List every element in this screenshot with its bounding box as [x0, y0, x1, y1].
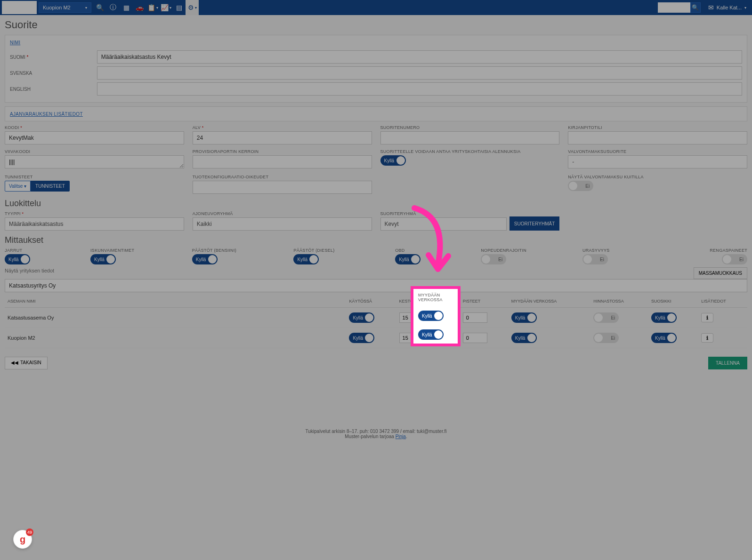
station-name: Kuopion M2 [43, 5, 71, 10]
chevron-down-icon: ▾ [85, 6, 87, 10]
svenska-label: Svenska [10, 71, 97, 76]
list-icon[interactable]: ▤ [172, 0, 186, 15]
cell-name: Katsastusasema Oy [5, 308, 346, 328]
tyyppi-select[interactable]: Määräaikaiskatsastus [5, 217, 184, 231]
alv-input[interactable] [193, 131, 372, 144]
provisio-input[interactable] [193, 155, 372, 168]
paastot-b-toggle[interactable]: Kyllä [192, 254, 218, 264]
highlight-toggle-2[interactable]: Kyllä [418, 329, 444, 340]
car-icon[interactable]: 🚗 [133, 0, 146, 15]
user-name: Kalle Kat... [717, 5, 742, 10]
nayta-valvonta-toggle[interactable]: Ei [568, 181, 593, 191]
urasyvyys-toggle[interactable]: Ei [582, 254, 608, 264]
col-asema: Aseman nimi [5, 295, 346, 308]
clipboard-icon[interactable]: 📋 [146, 0, 159, 15]
global-search-input[interactable] [658, 2, 691, 13]
nimi-link[interactable]: Nimi [10, 40, 20, 45]
ajanvaraus-panel: Ajanvarauksen lisätiedot [5, 106, 747, 121]
pinja-link[interactable]: Pinja [396, 434, 406, 439]
kirjanpitotili-label: Kirjanpitotili [568, 125, 747, 130]
paastot-d-toggle[interactable]: Kyllä [293, 254, 319, 264]
chart-icon[interactable]: 📈 [159, 0, 172, 15]
col-lisa: Lisätiedot [698, 295, 747, 308]
user-menu[interactable]: Kalle Kat... ▾ [708, 4, 746, 11]
chevron-down-icon: ▾ [744, 6, 746, 10]
viivakoodi-input[interactable]: |||| [5, 155, 184, 168]
valvonta-select[interactable]: - [568, 155, 747, 168]
nopeus-toggle[interactable]: Ei [481, 254, 506, 264]
page-title: Suorite [5, 19, 747, 31]
yritysalennus-toggle[interactable]: Kyllä [380, 155, 406, 166]
rengas-toggle[interactable]: Ei [722, 254, 747, 264]
suosikki-toggle[interactable]: Kyllä [651, 312, 677, 323]
col-pisteet: Pisteet [460, 295, 509, 308]
kaytossa-toggle[interactable]: Kyllä [349, 333, 374, 343]
english-input[interactable] [97, 82, 742, 96]
urasyvyys-label: Urasyvyys [582, 248, 662, 253]
myydaan-toggle[interactable]: Kyllä [511, 312, 537, 323]
back-icon: ◀◀ [11, 360, 18, 366]
top-navbar: Kuopion M2 ▾ 🔍 ⓘ ▦ 🚗 📋 📈 ▤ ⚙ 🔍 Kalle Kat… [0, 0, 752, 15]
myydaan-toggle[interactable]: Kyllä [511, 333, 537, 343]
global-search-button[interactable]: 🔍 [690, 2, 701, 13]
info-button[interactable] [701, 313, 713, 322]
mail-icon[interactable] [708, 4, 714, 11]
gear-icon[interactable]: ⚙ [186, 0, 199, 15]
valitse-button[interactable]: Valitse ▾ [5, 181, 31, 192]
page-footer: Tukipalvelut arkisin 8–17. puh: 010 3472… [5, 429, 747, 448]
hinnastossa-toggle[interactable]: Ei [593, 333, 619, 343]
stations-table: Aseman nimi Käytössä Kesto Pisteet Myydä… [5, 295, 747, 348]
rengas-label: Rengaspaineet [668, 248, 747, 253]
iskun-toggle[interactable]: Kyllä [90, 254, 116, 264]
col-hinnastossa: Hinnastossa [590, 295, 648, 308]
massamuokkaus-button[interactable]: Massamuokkaus [694, 267, 747, 279]
mittaukset-heading: Mittaukset [5, 235, 747, 245]
company-field[interactable]: Katsastusyritys Oy [5, 279, 747, 292]
save-button[interactable]: Tallenna [708, 357, 747, 369]
nav-icons: 🔍 ⓘ ▦ 🚗 📋 📈 ▤ ⚙ [93, 0, 199, 15]
tuotekonfig-input[interactable] [193, 181, 372, 194]
back-button[interactable]: ◀◀Takaisin [5, 357, 48, 369]
suosikki-toggle[interactable]: Kyllä [651, 333, 677, 343]
koodi-input[interactable] [5, 131, 184, 144]
yritys-info: Näytä yrityksen tiedot [5, 268, 54, 273]
alv-label: Alv [193, 125, 372, 130]
search-icon[interactable]: 🔍 [93, 0, 106, 15]
info-icon[interactable]: ⓘ [106, 0, 120, 15]
table-row: Kuopion M2 Kyllä min Kyllä Ei Kyllä [5, 328, 747, 348]
hinnastossa-toggle[interactable]: Ei [593, 312, 619, 323]
kaytossa-toggle[interactable]: Kyllä [349, 312, 374, 323]
tunnisteet-button[interactable]: Tunnisteet [31, 181, 70, 192]
viivakoodi-label: Viivakoodi [5, 149, 184, 154]
ajoneuvo-select[interactable]: Kaikki [193, 217, 372, 231]
koodi-label: Koodi [5, 125, 184, 130]
logo [2, 1, 37, 14]
ajoneuvo-label: Ajoneuvoryhmä [193, 211, 372, 216]
paastot-b-label: Päästöt (bensiini) [192, 248, 287, 253]
yritysalennus-label: Suoritteelle voidaan antaa yrityskohtais… [380, 149, 560, 154]
info-button[interactable] [701, 333, 713, 343]
suoritenumero-input[interactable] [380, 131, 560, 144]
calendar-icon[interactable]: ▦ [120, 0, 133, 15]
suomi-label: Suomi [10, 55, 97, 60]
col-kaytossa: Käytössä [346, 295, 396, 308]
col-suosikki: Suosikki [648, 295, 698, 308]
nopeus-label: Nopeudenrajoitin [481, 248, 576, 253]
pisteet-input[interactable] [463, 333, 487, 343]
english-label: English [10, 87, 97, 92]
luokittelu-heading: Luokittelu [5, 199, 747, 208]
svenska-input[interactable] [97, 66, 742, 80]
suoritenumero-label: Suoritenumero [380, 125, 560, 130]
pisteet-input[interactable] [463, 312, 487, 323]
ajanvaraus-link[interactable]: Ajanvarauksen lisätiedot [10, 112, 83, 117]
provisio-label: Provisioraportin kerroin [193, 149, 372, 154]
suoriteryhmat-button[interactable]: Suoriteryhmät [509, 216, 560, 231]
highlight-callout: Myydään verkossa Kyllä Kyllä [411, 286, 461, 346]
kirjanpitotili-input[interactable] [568, 131, 747, 144]
jarrut-toggle[interactable]: Kyllä [5, 254, 30, 264]
highlight-toggle-1[interactable]: Kyllä [418, 311, 444, 321]
paastot-d-label: Päästöt (diesel) [293, 248, 388, 253]
station-select[interactable]: Kuopion M2 ▾ [39, 2, 91, 13]
name-panel: Nimi Suomi Svenska English [5, 35, 747, 103]
suomi-input[interactable] [97, 50, 742, 64]
